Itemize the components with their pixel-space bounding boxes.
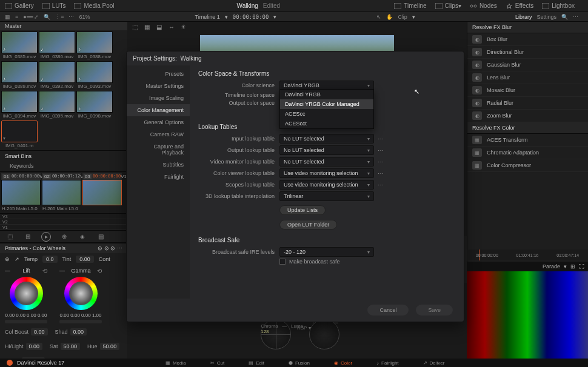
scope-name[interactable]: Parade (543, 263, 560, 269)
temp-value[interactable]: 0.0 (42, 256, 58, 263)
picker-icon[interactable]: ↗ (15, 256, 19, 262)
search-icon-2[interactable]: 🔍 (561, 14, 568, 20)
play-icon[interactable]: ▸ (41, 232, 51, 242)
mediapool-tab[interactable]: Media Pool (74, 2, 114, 9)
luts-tab[interactable]: LUTs (42, 2, 66, 9)
open-lut-button[interactable]: Open LUT Folder (279, 220, 337, 230)
page-fusion[interactable]: ⬢Fusion (289, 360, 310, 366)
vectorscope-right[interactable] (309, 319, 339, 349)
nodes-tab[interactable]: Nodes (470, 2, 497, 9)
color-wheel-gamma[interactable]: —Gamma⟲0.00 0.00 0.00 1.00 (59, 268, 102, 323)
media-thumb[interactable]: IMG_0401.m (1, 121, 38, 149)
library-tab[interactable]: Library (515, 14, 532, 20)
clips-tab[interactable]: Clips ▾ (435, 2, 461, 9)
add-icon[interactable]: ⊕ (59, 232, 69, 242)
track-label[interactable]: V2 (0, 219, 127, 225)
more-icon[interactable]: ⋯ (68, 14, 74, 20)
dropdown-option[interactable]: DaVinci YRGB Color Managed (280, 99, 373, 109)
tint-value[interactable]: 0.00 (76, 256, 94, 263)
bypass-icon[interactable]: ⬚ (132, 24, 139, 31)
media-thumb[interactable]: IMG_0392.mov (39, 61, 75, 90)
adjust-hilight[interactable]: Hi/Light 0.00 (5, 343, 42, 350)
media-thumb[interactable]: IMG_0393.mov (76, 61, 113, 90)
more-icon[interactable]: ⋯ (378, 170, 384, 177)
track-label[interactable]: V1 (0, 225, 127, 230)
update-lists-button[interactable]: Update Lists (279, 205, 326, 215)
view-icon-2[interactable]: ≡ (15, 14, 18, 20)
adjust-shad[interactable]: Shad 0.00 (55, 328, 87, 336)
adjust-sat[interactable]: Sat 50.00 (50, 343, 80, 350)
hand-tool-icon[interactable]: ✋ (386, 14, 393, 20)
lut-select[interactable]: Use video monitoring selection (279, 168, 374, 178)
page-color[interactable]: ◉Color (334, 360, 352, 366)
tracker-icon[interactable]: ◈ (78, 232, 87, 242)
page-media[interactable]: ▦Media (165, 360, 186, 366)
ire-select[interactable]: -20 - 120 (279, 247, 374, 257)
fx-item[interactable]: ◐Mosaic Blur (467, 84, 588, 97)
gallery-tab[interactable]: Gallery (5, 2, 34, 9)
lut-select[interactable]: No LUT selected (279, 134, 374, 144)
auto-balance-icon[interactable]: ⊕ (5, 256, 10, 262)
nav-item[interactable]: Master Settings (127, 80, 190, 92)
more-icon[interactable]: ⋯ (378, 182, 384, 188)
track-label[interactable]: V3 (0, 214, 127, 219)
more-icon[interactable]: ⋯ (378, 147, 384, 154)
timeline-name[interactable]: Timeline 1 (195, 14, 220, 20)
fx-item[interactable]: ▦Color Compressor (467, 159, 588, 172)
lut-select[interactable]: Use video monitoring selection (279, 180, 374, 190)
adjust-hue[interactable]: Hue 50.00 (87, 343, 119, 350)
nav-item[interactable]: Fairlight (127, 171, 190, 183)
blur-icon[interactable]: ▤ (96, 232, 105, 242)
app-home[interactable]: DaVinci Resolve 17 (6, 359, 64, 366)
settings-tab[interactable]: Settings (536, 14, 556, 20)
timeline-ruler[interactable]: 00:00:00:00 01:00:41:16 01:00:47:14 (467, 250, 588, 260)
qualifier-icon[interactable]: ⊞ (23, 232, 33, 242)
search-icon[interactable]: 🔍 (44, 14, 50, 20)
curves-icon[interactable]: ⬚ (5, 232, 15, 242)
adjust-colboost[interactable]: Col Boost 0.00 (5, 328, 48, 336)
master-bin[interactable]: Master (0, 22, 127, 30)
page-fairlight[interactable]: ♪Fairlight (376, 360, 398, 366)
lightbox-tab[interactable]: Lightbox (542, 2, 575, 9)
fx-item[interactable]: ▦Chromatic Adaptation (467, 147, 588, 159)
broadcast-safe-checkbox[interactable] (279, 259, 286, 265)
fx-item[interactable]: ◐Directional Blur (467, 46, 588, 59)
media-thumb[interactable]: IMG_0395.mov (39, 91, 75, 119)
dropdown-option[interactable]: ACEScc (280, 109, 373, 119)
lut-select[interactable]: No LUT selected (279, 145, 374, 155)
media-thumb[interactable]: IMG_0385.mov (1, 31, 38, 60)
nav-item[interactable]: Image Scaling (127, 92, 190, 104)
media-thumb[interactable]: IMG_0388.mov (76, 31, 113, 60)
media-thumb[interactable]: IMG_0389.mov (1, 61, 38, 90)
clip-label[interactable]: Clip (398, 14, 407, 20)
scope-expand-icon[interactable]: ⛶ (579, 263, 584, 269)
media-thumb[interactable]: IMG_0398.mov (76, 91, 113, 119)
nav-item[interactable]: Color Management (127, 104, 190, 116)
page-cut[interactable]: ✂Cut (210, 360, 224, 366)
fx-item[interactable]: ◐Radial Blur (467, 97, 588, 110)
clip-thumb[interactable]: 0100:00:00:00V1H.265 Main L5.0 (1, 173, 41, 212)
split-icon[interactable]: ↔ (169, 24, 176, 31)
highlight-icon[interactable]: ☀ (181, 24, 188, 31)
wipe-icon[interactable]: ⬓ (156, 24, 164, 31)
color-wheel-lift[interactable]: —Lift⟲0.00 0.00 0.00 0.00 (5, 268, 47, 323)
zoom-value[interactable]: 61% (79, 14, 90, 20)
media-thumb[interactable]: IMG_0386.mov (39, 31, 75, 60)
more-icon[interactable]: ⋯ (378, 136, 384, 142)
nav-item[interactable]: Capture and Playback (127, 141, 190, 159)
clip-thumb[interactable]: 0200:00:07:12V1H.265 Main L5.0 (42, 173, 81, 212)
page-deliver[interactable]: ↗Deliver (423, 360, 445, 366)
nav-item[interactable]: Presets (127, 68, 190, 80)
nav-item[interactable]: Subtitles (127, 159, 190, 171)
fx-item[interactable]: ◐Box Blur (467, 33, 588, 46)
save-button[interactable]: Save (416, 305, 453, 316)
sort-icon[interactable]: ⋮≡ (55, 14, 64, 20)
fx-item[interactable]: ◐Zoom Blur (467, 110, 588, 122)
keywords-bin[interactable]: Keywords (5, 163, 122, 169)
media-thumb[interactable]: IMG_0394.mov (1, 91, 38, 119)
zoom-slider[interactable]: ●━━ ⤢ (23, 14, 39, 20)
lut-select[interactable]: No LUT selected (279, 157, 374, 167)
nav-item[interactable]: General Options (127, 116, 190, 128)
grab-icon[interactable]: ▦ (144, 24, 152, 31)
clip-thumb[interactable]: 0300:00:00:00V1 (82, 173, 122, 212)
